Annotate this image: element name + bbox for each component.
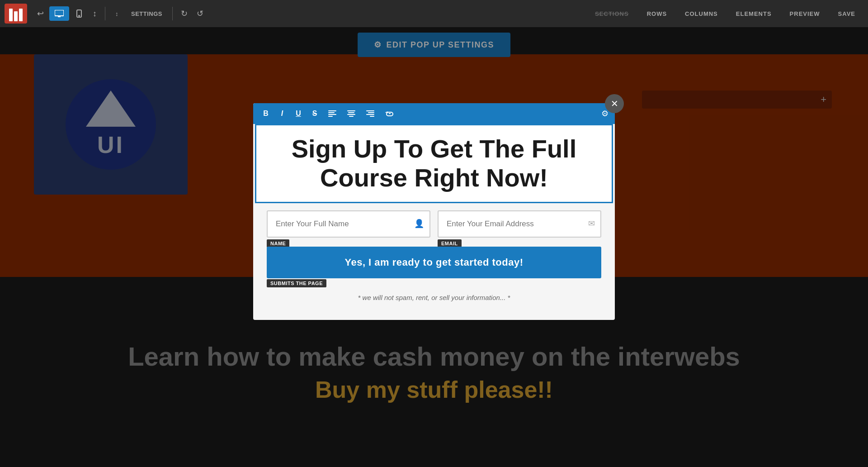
svg-rect-13: [368, 112, 374, 113]
svg-rect-12: [366, 110, 374, 111]
headline-area[interactable]: Sign Up To Get The Full Course Right Now…: [255, 124, 613, 203]
underline-button[interactable]: U: [292, 108, 305, 119]
svg-rect-4: [328, 110, 336, 111]
email-input[interactable]: [438, 210, 601, 238]
rows-button[interactable]: ROWS: [639, 7, 675, 21]
align-left-button[interactable]: [325, 109, 340, 119]
name-field-wrapper: 👤 NAME: [267, 210, 430, 238]
undo2-button[interactable]: ↺: [193, 5, 207, 22]
pointer-button[interactable]: ↕: [89, 5, 100, 22]
svg-rect-0: [55, 10, 64, 16]
columns-button[interactable]: COLUMNS: [677, 7, 726, 21]
headline-text: Sign Up To Get The Full Course Right Now…: [270, 134, 598, 193]
align-right-button[interactable]: [363, 109, 378, 119]
popup-modal: ✕ B I U S ⚙ Sign Up To Get The Full Cour: [253, 103, 615, 320]
link-button[interactable]: [382, 109, 398, 119]
italic-button[interactable]: I: [276, 108, 288, 119]
person-icon: 👤: [414, 219, 424, 229]
desktop-view-button[interactable]: [49, 6, 69, 21]
svg-rect-11: [349, 116, 354, 117]
editor-toolbar: B I U S ⚙: [253, 103, 615, 124]
elements-button[interactable]: ELEMENTS: [728, 7, 780, 21]
svg-rect-14: [366, 114, 374, 115]
disclaimer-text: * we will not spam, rent, or sell your i…: [358, 294, 510, 301]
svg-rect-5: [328, 112, 335, 113]
app-logo: [5, 4, 27, 24]
sections-button[interactable]: SECTIONS: [587, 7, 637, 21]
undo-button[interactable]: ↩: [33, 5, 47, 22]
svg-rect-1: [58, 16, 61, 17]
svg-rect-6: [328, 114, 336, 115]
form-area: 👤 NAME ✉ EMAIL: [253, 203, 615, 242]
separator-2: [172, 7, 173, 20]
svg-rect-8: [347, 110, 355, 111]
separator-1: [105, 7, 105, 20]
email-icon: ✉: [588, 219, 595, 229]
submit-label-badge: SUBMITS THE PAGE: [267, 279, 326, 287]
submit-area: Yes, I am ready to get started today! SU…: [253, 242, 615, 281]
email-field-wrapper: ✉ EMAIL: [438, 210, 601, 238]
submit-button[interactable]: Yes, I am ready to get started today!: [267, 247, 601, 278]
main-area: UI + Learn how to make cash money on the…: [0, 27, 868, 467]
strikethrough-button[interactable]: S: [308, 108, 321, 119]
mobile-view-button[interactable]: [71, 6, 87, 21]
name-input[interactable]: [267, 210, 430, 238]
close-icon: ✕: [611, 98, 618, 109]
main-toolbar: ↩ ↕ ↕ SETTINGS ↻ ↺ SECTIONS ROWS COLUMNS…: [0, 0, 868, 27]
svg-rect-15: [370, 116, 374, 117]
toolbar-right: SECTIONS ROWS COLUMNS ELEMENTS PREVIEW S…: [587, 7, 863, 21]
bold-button[interactable]: B: [259, 108, 272, 119]
redo-button[interactable]: ↻: [177, 5, 191, 22]
svg-rect-7: [328, 116, 333, 117]
settings-button[interactable]: ↕: [110, 7, 124, 21]
align-center-button[interactable]: [344, 109, 359, 119]
preview-button[interactable]: PREVIEW: [782, 7, 828, 21]
svg-point-3: [79, 15, 80, 16]
svg-rect-9: [348, 112, 354, 113]
popup-button[interactable]: SETTINGS: [126, 7, 168, 21]
svg-rect-10: [347, 114, 355, 115]
save-button[interactable]: SAVE: [830, 7, 863, 21]
popup-close-button[interactable]: ✕: [605, 94, 624, 113]
